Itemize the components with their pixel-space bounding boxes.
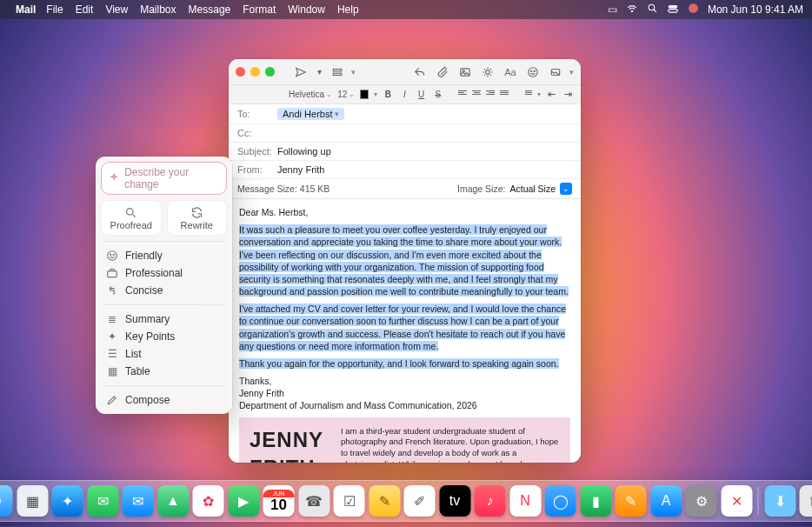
text-color-button[interactable] xyxy=(360,90,368,99)
reply-button[interactable] xyxy=(411,64,429,80)
attachment-resume[interactable]: JENNY FRITH I am a third-year student un… xyxy=(239,417,570,463)
svg-rect-20 xyxy=(108,271,117,277)
dock-tv[interactable]: tv xyxy=(439,485,470,517)
subject-label: Subject: xyxy=(237,146,277,157)
dock-freeform[interactable]: ✐ xyxy=(404,485,436,517)
strike-button[interactable]: S xyxy=(432,90,443,99)
outdent-button[interactable]: ⇤ xyxy=(546,89,557,100)
message-body[interactable]: Dear Ms. Herbst, It was such a pleasure … xyxy=(229,199,581,463)
compose-option[interactable]: Compose xyxy=(101,391,227,409)
dock-launchpad[interactable]: ▦ xyxy=(17,485,48,517)
image-size-stepper[interactable]: ⌄ xyxy=(560,183,572,195)
menu-help[interactable]: Help xyxy=(337,3,359,16)
emoji-button[interactable] xyxy=(524,64,542,80)
rewrite-button[interactable]: Rewrite xyxy=(167,200,228,236)
to-row[interactable]: To: Andi Herbst▾ xyxy=(229,104,581,124)
format-button[interactable]: Aa xyxy=(502,64,519,80)
send-button[interactable] xyxy=(292,64,309,80)
menu-message[interactable]: Message xyxy=(189,3,231,16)
keypoints-icon: ✦ xyxy=(106,330,118,343)
dock-maps[interactable]: ▲ xyxy=(157,485,189,517)
indent-button[interactable]: ⇥ xyxy=(562,89,574,100)
proofread-button[interactable]: Proofread xyxy=(101,200,162,236)
dock-calendar[interactable]: JUN10 xyxy=(263,485,295,517)
media-browser-button[interactable] xyxy=(547,64,564,80)
writing-tools-prompt-input[interactable]: Describe your change xyxy=(101,162,227,195)
from-value[interactable]: Jenny Frith xyxy=(277,164,324,175)
tone-concise[interactable]: Concise xyxy=(101,282,227,299)
from-row[interactable]: From: Jenny Frith xyxy=(229,161,581,179)
align-center-button[interactable] xyxy=(472,90,481,99)
align-justify-button[interactable] xyxy=(500,90,509,99)
menu-edit[interactable]: Edit xyxy=(76,3,94,16)
dock-reminders[interactable]: ☑ xyxy=(334,485,365,517)
dock-xcode[interactable]: ✕ xyxy=(721,485,752,517)
dock-appstore[interactable]: A xyxy=(650,485,682,517)
menu-clock[interactable]: Mon Jun 10 9:41 AM xyxy=(708,3,803,16)
to-recipient-token[interactable]: Andi Herbst▾ xyxy=(277,108,344,120)
menu-window[interactable]: Window xyxy=(288,3,325,16)
dock-downloads[interactable]: ⬇ xyxy=(764,485,795,517)
svg-point-19 xyxy=(113,254,114,255)
tone-friendly[interactable]: Friendly xyxy=(101,247,227,264)
dock-podcasts[interactable]: ◯ xyxy=(545,485,576,517)
send-later-dropdown[interactable]: ▾ xyxy=(315,64,323,80)
align-right-button[interactable] xyxy=(486,90,495,99)
dock-stocks[interactable]: ▮ xyxy=(580,485,611,517)
image-size-label: Image Size: xyxy=(457,183,505,194)
dock-news[interactable]: N xyxy=(509,485,541,517)
dock-pages[interactable]: ✎ xyxy=(616,485,647,517)
selected-paragraph-2: I've attached my CV and cover letter for… xyxy=(239,304,566,351)
font-family-select[interactable]: Helvetica⌄ xyxy=(289,90,332,99)
svg-point-17 xyxy=(108,251,117,261)
bold-button[interactable]: B xyxy=(383,90,394,99)
transform-summary[interactable]: ≣ Summary xyxy=(101,310,227,328)
battery-icon[interactable]: ▭ xyxy=(608,3,617,16)
align-left-button[interactable] xyxy=(458,90,467,99)
svg-point-0 xyxy=(631,10,632,11)
transform-list[interactable]: ☰ List xyxy=(101,345,227,363)
font-size-select[interactable]: 12⌄ xyxy=(337,90,355,99)
spotlight-icon[interactable] xyxy=(647,3,658,17)
underline-button[interactable]: U xyxy=(416,90,427,99)
menu-file[interactable]: File xyxy=(46,3,63,16)
transform-table[interactable]: ▦ Table xyxy=(101,363,227,380)
writing-tools-popover: Describe your change Proofread Rewrite F… xyxy=(96,157,232,414)
dock-messages[interactable]: ✉ xyxy=(87,485,118,517)
zoom-window-button[interactable] xyxy=(265,67,275,77)
transform-keypoints[interactable]: ✦ Key Points xyxy=(101,328,227,345)
cc-row[interactable]: Cc: xyxy=(229,124,581,143)
sparkle-icon xyxy=(109,173,119,184)
dock-music[interactable]: ♪ xyxy=(475,485,506,517)
dock-trash[interactable]: 🗑 xyxy=(800,485,813,517)
account-icon[interactable] xyxy=(688,3,699,17)
menu-format[interactable]: Format xyxy=(243,3,276,16)
app-menu[interactable]: Mail xyxy=(16,3,36,16)
subject-row[interactable]: Subject: Following up xyxy=(229,143,581,161)
italic-button[interactable]: I xyxy=(399,90,410,99)
subject-value[interactable]: Following up xyxy=(277,146,331,157)
dock-mail[interactable]: ✉ xyxy=(123,485,154,517)
insert-photo-button[interactable] xyxy=(456,64,474,80)
svg-point-12 xyxy=(531,70,532,71)
dock-photos[interactable]: ✿ xyxy=(193,485,224,517)
tone-professional[interactable]: Professional xyxy=(101,264,227,282)
dock-settings[interactable]: ⚙ xyxy=(686,485,717,517)
attach-button[interactable] xyxy=(434,64,451,80)
window-toolbar: ▾ ▾ Aa ▾ xyxy=(229,59,581,85)
dock-notes[interactable]: ✎ xyxy=(369,485,400,517)
image-size-select[interactable]: Actual Size xyxy=(509,183,556,194)
dock-facetime[interactable]: ▶ xyxy=(228,485,259,517)
wifi-icon[interactable] xyxy=(626,3,638,17)
menu-view[interactable]: View xyxy=(105,3,128,16)
close-window-button[interactable] xyxy=(236,67,245,77)
bulleted-list-button[interactable] xyxy=(523,90,532,99)
header-fields-button[interactable] xyxy=(329,64,346,80)
extensions-button[interactable] xyxy=(479,64,496,80)
minimize-window-button[interactable] xyxy=(250,67,260,77)
dock-safari[interactable]: ✦ xyxy=(52,485,83,517)
menu-mailbox[interactable]: Mailbox xyxy=(140,3,176,16)
dock-finder[interactable]: ☺ xyxy=(0,485,13,517)
dock-contacts[interactable]: ☎ xyxy=(298,485,329,517)
control-center-icon[interactable] xyxy=(667,3,679,17)
